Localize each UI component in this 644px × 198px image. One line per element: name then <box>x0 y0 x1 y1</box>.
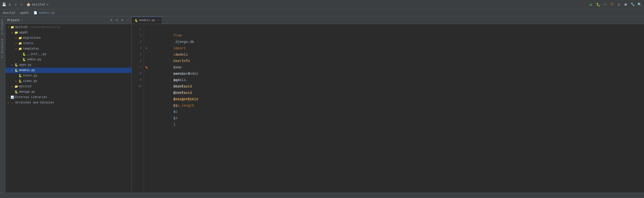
breadcrumb-app01[interactable]: app01 <box>20 11 29 15</box>
label-admin: admin.py <box>27 58 41 61</box>
ln-1: 1 <box>132 26 142 32</box>
gutter-9 <box>144 77 149 83</box>
panel-settings-icon[interactable]: ⚙ <box>120 18 124 22</box>
code-area[interactable]: from django.db import models class UserI… <box>149 24 644 193</box>
tree-item-apps[interactable]: 🐍 apps.py <box>6 62 132 68</box>
run-button[interactable]: ▶ <box>588 2 594 7</box>
project-icon: 🏠 <box>26 3 30 6</box>
gutter-10 <box>144 83 149 90</box>
panel-sync-icon[interactable]: ⇅ <box>115 18 119 22</box>
expand-apps[interactable] <box>10 63 14 67</box>
tab-label: models.py <box>139 19 155 22</box>
expand-mysite2[interactable] <box>6 25 10 29</box>
tree-item-views[interactable]: 🐍 views.py <box>6 78 132 84</box>
expand-scratches[interactable] <box>6 101 10 105</box>
sidebar-tab-structure[interactable]: 2: Structure <box>0 37 5 60</box>
save-icon[interactable]: 💾 <box>2 3 6 6</box>
kw-var-age: age <box>174 78 180 82</box>
undo-icon[interactable]: ↩ <box>14 3 18 6</box>
panel-globe-icon[interactable]: ⊕ <box>110 18 113 22</box>
expand-views[interactable] <box>14 79 18 83</box>
gutter-2 <box>144 32 149 39</box>
breadcrumb-file[interactable]: 📄 models.py <box>34 11 55 15</box>
coverage-button[interactable]: ☂ <box>602 2 608 7</box>
expand-static[interactable] <box>14 41 18 45</box>
kw-from: from <box>174 33 182 37</box>
tree-item-tests[interactable]: 🐍 tests.py <box>6 73 132 78</box>
gutter-5 <box>144 51 149 58</box>
panel-title: Project ▾ <box>7 19 108 22</box>
tab-models-py[interactable]: 🐍 models.py ✕ <box>132 17 162 24</box>
stop-button[interactable]: ⏹ <box>623 2 628 7</box>
tab-bar: 🐍 models.py ✕ <box>132 17 644 24</box>
panel-close-icon[interactable]: − <box>126 18 130 22</box>
expand-templates[interactable] <box>14 47 18 51</box>
tree-item-manage[interactable]: 🐍 manage.py <box>6 89 132 95</box>
code-line-7: age = models. IntegerField () <box>153 64 644 71</box>
gutter-4[interactable]: ⊖ <box>144 45 149 51</box>
tree-item-ext-lib[interactable]: 📊 External Libraries <box>6 95 132 100</box>
code-line-9 <box>153 77 644 83</box>
icon-folder-templates: 📁 <box>18 47 22 51</box>
search-button[interactable]: 🔍 <box>637 2 642 7</box>
ln-8: 8 <box>132 71 142 77</box>
tree-item-models[interactable]: 🐍 models.py <box>6 68 132 73</box>
kw-integerfield: IntegerField <box>174 97 198 101</box>
ln-6: 6 <box>132 58 142 64</box>
icon-ext-lib: 📊 <box>10 95 14 99</box>
tree-item-migrations[interactable]: 📁 migrations <box>6 35 132 41</box>
label-models: models.py <box>19 69 35 72</box>
tree-item-app01[interactable]: 📁 app01 <box>6 30 132 35</box>
expand-app01[interactable] <box>10 31 14 34</box>
expand-mysite2-inner[interactable] <box>10 85 14 88</box>
icon-py-models: 🐍 <box>14 68 18 72</box>
tree-item-scratches[interactable]: ✏ Scratches and Consoles <box>6 100 132 105</box>
icon-project: 📁 <box>10 25 14 29</box>
profile-button[interactable]: ⏱ <box>609 2 614 7</box>
label-apps: apps.py <box>19 63 32 67</box>
tree-item-init[interactable]: 🐍 __init__.py <box>6 51 132 57</box>
expand-models[interactable] <box>10 68 14 72</box>
tree-item-mysite2-root[interactable]: 📁 mysite2 ~/PycharmProjects/g× <box>6 24 132 30</box>
kw-num-64: 64 <box>174 116 178 120</box>
settings-icon[interactable]: ⚙ <box>8 3 12 6</box>
kw-import: import <box>174 46 186 50</box>
editor-area: 🐍 models.py ✕ 1 2 3 4 5 6 7 8 9 10 <box>132 17 644 193</box>
tree-item-admin[interactable]: 🐍 admin.py <box>6 57 132 62</box>
tab-close-button[interactable]: ✕ <box>158 19 159 22</box>
concurrency-button[interactable]: ⧖ <box>616 2 622 7</box>
code-line-10 <box>153 83 644 90</box>
ln-5: 5 <box>132 51 142 58</box>
code-line-2 <box>153 32 644 39</box>
debug-button[interactable]: 🐛 <box>596 2 601 7</box>
redo-icon[interactable]: ↪ <box>20 3 24 6</box>
tree-item-static[interactable]: 📁 static <box>6 41 132 46</box>
sidebar-vertical: 1: Project 2: Structure <box>0 17 6 193</box>
tree-item-templates[interactable]: 📁 templates <box>6 46 132 51</box>
tab-icon: 🐍 <box>135 19 138 22</box>
icon-folder-mysite2-inner: 📁 <box>14 85 18 88</box>
sidebar-tab-project[interactable]: 1: Project <box>0 17 5 37</box>
label-templates: templates <box>23 47 39 50</box>
icon-py-views: 🐍 <box>18 79 22 83</box>
label-ext-lib: External Libraries <box>15 96 47 99</box>
build-button[interactable]: 🔧 <box>630 2 635 7</box>
expand-migrations[interactable] <box>14 36 18 40</box>
gutter-8 <box>144 71 149 77</box>
breadcrumb-root[interactable]: mysite2 <box>3 11 15 15</box>
path-hint-mysite2: ~/PycharmProjects/g× <box>28 26 61 29</box>
project-dropdown-arrow[interactable]: ▾ <box>47 3 49 6</box>
kw-eq-3: = <box>174 85 180 88</box>
project-name: mysite2 <box>32 3 45 6</box>
expand-ext-lib[interactable] <box>6 95 10 99</box>
project-selector[interactable]: 🏠 mysite2 ▾ <box>26 3 48 6</box>
kw-models-3: models. <box>174 91 188 95</box>
kw-django-db: django.db <box>174 40 196 44</box>
tree-item-mysite2-inner[interactable]: 📁 mysite2 <box>6 84 132 89</box>
ln-4: 4 <box>132 45 142 51</box>
code-line-8 <box>153 71 644 77</box>
icon-py-tests: 🐍 <box>18 74 22 78</box>
code-line-6: password = models. CharField ( max_lengt… <box>153 58 644 64</box>
editor-content[interactable]: 1 2 3 4 5 6 7 8 9 10 ⊖ 🔖 <box>132 24 644 193</box>
label-app01: app01 <box>19 31 28 34</box>
